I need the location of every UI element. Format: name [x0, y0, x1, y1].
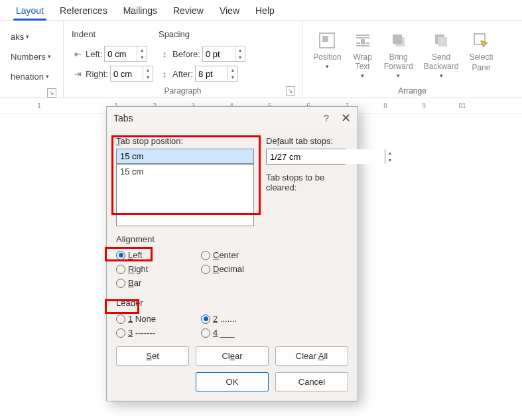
- chevron-down-icon: ▾: [48, 53, 51, 60]
- indent-left-icon: ⇤: [72, 48, 84, 60]
- alignment-decimal-radio[interactable]: Decimal: [201, 262, 286, 276]
- leader-1-none-radio[interactable]: 1 None: [116, 312, 201, 326]
- after-label: After:: [172, 69, 193, 79]
- clear-all-button[interactable]: Clear All: [275, 346, 348, 366]
- svg-rect-6: [438, 37, 447, 46]
- spacing-after-icon: ↕: [159, 68, 170, 80]
- spin-up-icon[interactable]: ▲: [228, 66, 237, 74]
- tab-layout[interactable]: Layout: [8, 1, 52, 20]
- arrange-group-label: Arrange: [398, 86, 426, 96]
- wrap-text-icon: [352, 30, 373, 51]
- position-icon: [316, 30, 338, 51]
- spacing-after-input[interactable]: ▲▼: [195, 66, 238, 82]
- chevron-down-icon: ▾: [326, 63, 329, 70]
- radio-icon: [201, 315, 210, 324]
- right-label: Right:: [86, 69, 108, 79]
- tab-view[interactable]: View: [212, 1, 247, 20]
- alignment-left-radio[interactable]: Left: [116, 248, 201, 262]
- chevron-down-icon: ▾: [46, 73, 49, 80]
- selection-pane-button[interactable]: Selecti Pane: [464, 27, 498, 75]
- close-icon[interactable]: ✕: [341, 111, 351, 125]
- tab-stop-position-label: Tab stop position:: [116, 136, 254, 146]
- radio-icon: [201, 328, 210, 338]
- default-tab-stops-input[interactable]: ▲▼: [266, 149, 346, 165]
- radio-icon: [116, 251, 125, 260]
- chevron-down-icon: ▾: [361, 72, 364, 79]
- chevron-down-icon: ▾: [26, 33, 29, 40]
- default-tab-stops-label: Default tab stops:: [266, 136, 348, 146]
- tab-stop-listbox[interactable]: 15 cm: [116, 164, 254, 226]
- tab-stop-position-input[interactable]: [116, 149, 254, 164]
- leader-2-dots-radio[interactable]: 2 .......: [201, 312, 286, 326]
- dialog-title: Tabs: [113, 113, 133, 123]
- svg-rect-4: [393, 35, 402, 44]
- paragraph-group-label: Paragraph: [164, 86, 201, 96]
- set-button[interactable]: Set: [116, 346, 189, 366]
- help-icon[interactable]: ?: [324, 113, 329, 123]
- spin-up-icon[interactable]: ▲: [137, 46, 147, 54]
- alignment-center-radio[interactable]: Center: [201, 248, 286, 262]
- spin-up-icon[interactable]: ▲: [235, 46, 245, 54]
- left-label: Left:: [86, 49, 102, 59]
- indent-left-input[interactable]: ▲▼: [104, 46, 147, 62]
- spin-down-icon[interactable]: ▼: [137, 54, 147, 61]
- indent-right-input[interactable]: ▲▼: [110, 66, 153, 82]
- bring-forward-icon: [388, 30, 409, 51]
- bring-forward-button[interactable]: Bring Forward▾: [379, 27, 419, 82]
- radio-icon: [116, 315, 125, 324]
- tab-references[interactable]: References: [52, 1, 115, 20]
- spin-down-icon[interactable]: ▼: [143, 74, 153, 81]
- radio-icon: [116, 265, 125, 274]
- send-backward-button[interactable]: Send Backward▾: [419, 27, 464, 82]
- alignment-right-radio[interactable]: Right: [116, 262, 201, 276]
- radio-icon: [201, 251, 210, 260]
- spacing-before-icon: ↕: [159, 48, 170, 60]
- radio-icon: [116, 328, 125, 338]
- svg-rect-1: [322, 36, 328, 42]
- leader-4-underscore-radio[interactable]: 4 ___: [201, 326, 286, 340]
- leader-3-dashes-radio[interactable]: 3 -------: [116, 326, 201, 340]
- list-item[interactable]: 15 cm: [117, 165, 253, 178]
- line-numbers-button[interactable]: Numbers▾: [8, 47, 54, 66]
- spin-up-icon[interactable]: ▲: [143, 66, 153, 74]
- indent-heading: Indent: [72, 25, 153, 43]
- alignment-label: Alignment: [116, 234, 348, 244]
- tab-mailings[interactable]: Mailings: [115, 1, 165, 20]
- spin-down-icon[interactable]: ▼: [235, 54, 245, 61]
- chevron-down-icon: ▾: [440, 72, 443, 79]
- tabs-dialog: Tabs ? ✕ Tab stop position: 15 cm Defaul…: [106, 106, 358, 401]
- page-setup-launcher[interactable]: ↘: [47, 88, 56, 98]
- svg-rect-2: [361, 39, 365, 44]
- indent-right-icon: ⇥: [72, 68, 84, 80]
- wrap-text-button[interactable]: Wrap Text▾: [347, 27, 379, 82]
- position-button[interactable]: Position▾: [308, 27, 347, 72]
- leader-label: Leader: [116, 298, 348, 308]
- tab-stops-cleared-label: Tab stops to be cleared:: [266, 173, 348, 192]
- alignment-bar-radio[interactable]: Bar: [116, 276, 201, 290]
- clear-button[interactable]: Clear: [196, 346, 269, 366]
- ok-button[interactable]: OK: [196, 372, 269, 391]
- hyphenation-button[interactable]: henation▾: [8, 67, 54, 86]
- breaks-button[interactable]: aks▾: [8, 27, 54, 46]
- radio-icon: [116, 279, 125, 288]
- radio-icon: [201, 265, 210, 274]
- selection-pane-icon: [470, 30, 491, 51]
- cancel-button[interactable]: Cancel: [275, 372, 348, 391]
- tab-help[interactable]: Help: [247, 1, 283, 20]
- tab-review[interactable]: Review: [165, 1, 212, 20]
- paragraph-launcher[interactable]: ↘: [286, 86, 295, 96]
- chevron-down-icon: ▾: [397, 72, 400, 79]
- send-backward-icon: [430, 30, 452, 51]
- spin-up-icon[interactable]: ▲: [385, 149, 395, 157]
- spacing-before-input[interactable]: ▲▼: [202, 46, 245, 62]
- before-label: Before:: [172, 49, 200, 59]
- spin-down-icon[interactable]: ▼: [228, 74, 237, 81]
- spin-down-icon[interactable]: ▼: [385, 157, 395, 164]
- spacing-heading: Spacing: [159, 25, 245, 43]
